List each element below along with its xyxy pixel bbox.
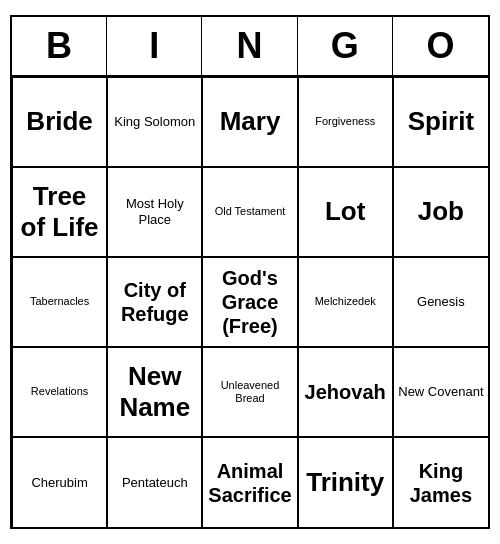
- bingo-cell: Animal Sacrifice: [202, 437, 297, 527]
- bingo-cell: Unleavened Bread: [202, 347, 297, 437]
- bingo-cell: King James: [393, 437, 488, 527]
- cell-text: Tree of Life: [17, 181, 102, 243]
- bingo-header: BINGO: [12, 17, 488, 77]
- cell-text: King James: [398, 459, 484, 507]
- bingo-cell: Tree of Life: [12, 167, 107, 257]
- cell-text: Unleavened Bread: [207, 379, 292, 405]
- bingo-cell: Revelations: [12, 347, 107, 437]
- bingo-cell: Most Holy Place: [107, 167, 202, 257]
- cell-text: Forgiveness: [315, 115, 375, 128]
- cell-text: New Covenant: [398, 384, 483, 400]
- bingo-cell: Trinity: [298, 437, 393, 527]
- bingo-cell: New Covenant: [393, 347, 488, 437]
- bingo-cell: Old Testament: [202, 167, 297, 257]
- header-letter: I: [107, 17, 202, 75]
- bingo-card: BINGO BrideKing SolomonMaryForgivenessSp…: [10, 15, 490, 529]
- header-letter: N: [202, 17, 297, 75]
- cell-text: Spirit: [408, 106, 474, 137]
- cell-text: God's Grace (Free): [207, 266, 292, 338]
- header-letter: G: [298, 17, 393, 75]
- cell-text: Animal Sacrifice: [207, 459, 292, 507]
- cell-text: Job: [418, 196, 464, 227]
- cell-text: New Name: [112, 361, 197, 423]
- bingo-cell: Pentateuch: [107, 437, 202, 527]
- cell-text: Revelations: [31, 385, 88, 398]
- bingo-cell: New Name: [107, 347, 202, 437]
- bingo-cell: Melchizedek: [298, 257, 393, 347]
- cell-text: City of Refuge: [112, 278, 197, 326]
- cell-text: Bride: [26, 106, 92, 137]
- cell-text: Mary: [220, 106, 281, 137]
- bingo-cell: Forgiveness: [298, 77, 393, 167]
- cell-text: Trinity: [306, 467, 384, 498]
- cell-text: Old Testament: [215, 205, 286, 218]
- cell-text: Jehovah: [305, 380, 386, 404]
- bingo-cell: God's Grace (Free): [202, 257, 297, 347]
- bingo-cell: Tabernacles: [12, 257, 107, 347]
- bingo-cell: King Solomon: [107, 77, 202, 167]
- bingo-cell: Jehovah: [298, 347, 393, 437]
- bingo-cell: Spirit: [393, 77, 488, 167]
- bingo-cell: City of Refuge: [107, 257, 202, 347]
- bingo-cell: Lot: [298, 167, 393, 257]
- bingo-cell: Job: [393, 167, 488, 257]
- header-letter: O: [393, 17, 488, 75]
- cell-text: Cherubim: [31, 475, 87, 491]
- bingo-cell: Genesis: [393, 257, 488, 347]
- cell-text: Pentateuch: [122, 475, 188, 491]
- bingo-cell: Mary: [202, 77, 297, 167]
- cell-text: Tabernacles: [30, 295, 89, 308]
- cell-text: King Solomon: [114, 114, 195, 130]
- cell-text: Lot: [325, 196, 365, 227]
- bingo-cell: Cherubim: [12, 437, 107, 527]
- cell-text: Most Holy Place: [112, 196, 197, 227]
- bingo-grid: BrideKing SolomonMaryForgivenessSpiritTr…: [12, 77, 488, 527]
- header-letter: B: [12, 17, 107, 75]
- bingo-cell: Bride: [12, 77, 107, 167]
- cell-text: Melchizedek: [315, 295, 376, 308]
- cell-text: Genesis: [417, 294, 465, 310]
